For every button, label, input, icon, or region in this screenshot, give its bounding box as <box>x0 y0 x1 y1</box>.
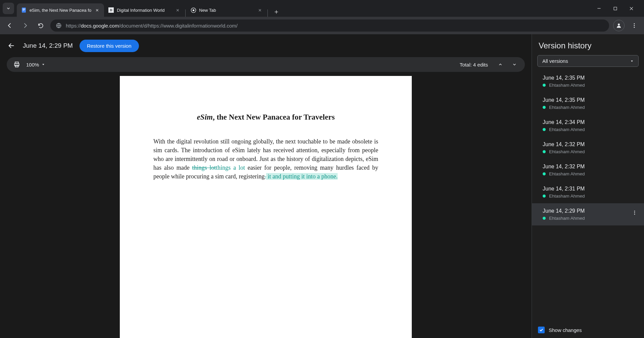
svg-rect-2 <box>22 9 25 10</box>
docs-icon <box>21 7 27 13</box>
diw-icon: D <box>108 7 114 13</box>
document-scroll[interactable]: eSim, the Next New Panacea for Travelers… <box>0 76 532 338</box>
svg-point-22 <box>618 24 620 26</box>
tab-separator <box>185 9 186 17</box>
restore-version-button[interactable]: Restore this version <box>80 40 139 52</box>
url-text: https://docs.google.com/document/d/https… <box>66 23 238 29</box>
tab-title: eSim, the Next New Panacea fo <box>30 8 91 13</box>
address-bar[interactable]: https://docs.google.com/document/d/https… <box>50 19 609 32</box>
version-date: June 14, 2:32 PM <box>543 141 637 147</box>
version-author: Ehtasham Ahmed <box>543 216 637 221</box>
version-date: June 14, 2:34 PM <box>543 119 637 125</box>
version-item[interactable]: June 14, 2:31 PMEhtasham Ahmed <box>532 181 644 203</box>
version-list: June 14, 2:35 PMEhtasham AhmedJune 14, 2… <box>532 70 644 322</box>
close-window-button[interactable] <box>627 4 636 13</box>
site-info-icon[interactable] <box>56 23 62 29</box>
svg-rect-17 <box>614 7 617 10</box>
edits-count: Total: 4 edits <box>460 62 488 68</box>
close-icon[interactable] <box>257 7 263 13</box>
filter-label: All versions <box>542 58 568 64</box>
version-menu-button[interactable] <box>631 209 639 217</box>
version-author: Ehtasham Ahmed <box>543 194 637 199</box>
author-color-dot <box>543 150 546 153</box>
svg-point-33 <box>634 212 635 213</box>
close-icon[interactable] <box>175 7 181 13</box>
svg-point-25 <box>634 27 635 28</box>
version-author: Ehtasham Ahmed <box>543 83 637 88</box>
sidebar-title: Version history <box>532 34 644 55</box>
deleted-text: things lot <box>192 164 216 171</box>
author-color-dot <box>543 217 546 220</box>
svg-rect-3 <box>22 10 24 10</box>
inserted-text: things a lot <box>216 164 245 171</box>
back-button[interactable] <box>4 20 15 31</box>
tab-title: Digital Information World <box>117 8 172 13</box>
version-date: June 14, 2:29 PM <box>543 208 637 214</box>
current-version-date: June 14, 2:29 PM <box>23 42 73 49</box>
version-author: Ehtasham Ahmed <box>543 105 637 110</box>
author-color-dot <box>543 128 546 131</box>
svg-point-32 <box>634 211 635 212</box>
print-icon[interactable] <box>13 60 21 69</box>
version-date: June 14, 2:35 PM <box>543 97 637 103</box>
close-icon[interactable] <box>94 7 100 13</box>
version-item[interactable]: June 14, 2:32 PMEhtasham Ahmed <box>532 159 644 181</box>
chevron-down-icon <box>42 63 45 66</box>
browser-menu-button[interactable] <box>629 20 640 31</box>
show-changes-label: Show changes <box>549 327 582 333</box>
tab-search-button[interactable] <box>3 3 14 14</box>
svg-rect-1 <box>22 9 25 9</box>
version-author: Ehtasham Ahmed <box>543 127 637 132</box>
prev-edit-button[interactable] <box>496 60 505 69</box>
zoom-dropdown[interactable]: 100% <box>26 62 45 68</box>
version-item[interactable]: June 14, 2:32 PMEhtasham Ahmed <box>532 137 644 159</box>
tab-docs[interactable]: eSim, the Next New Panacea fo <box>17 3 104 17</box>
version-author: Ehtasham Ahmed <box>543 149 637 154</box>
page-body: With the digital revolution still ongoin… <box>153 137 378 181</box>
next-edit-button[interactable] <box>510 60 519 69</box>
author-color-dot <box>543 172 546 175</box>
svg-point-23 <box>634 23 635 24</box>
version-item[interactable]: June 14, 2:29 PMEhtasham Ahmed <box>532 203 644 225</box>
browser-titlebar: eSim, the Next New Panacea fo D Digital … <box>0 0 644 17</box>
version-item[interactable]: June 14, 2:34 PMEhtasham Ahmed <box>532 115 644 137</box>
maximize-button[interactable] <box>610 4 620 13</box>
version-filter-dropdown[interactable]: All versions <box>537 55 639 67</box>
tab-diw[interactable]: D Digital Information World <box>104 3 185 17</box>
profile-button[interactable] <box>613 20 625 31</box>
chrome-icon <box>190 7 196 13</box>
document-area: June 14, 2:29 PM Restore this version 10… <box>0 34 532 338</box>
version-author: Ehtasham Ahmed <box>543 171 637 176</box>
author-color-dot <box>543 106 546 109</box>
svg-point-11 <box>192 9 194 11</box>
svg-text:D: D <box>110 8 112 12</box>
forward-button[interactable] <box>19 20 31 31</box>
address-bar-row: https://docs.google.com/document/d/https… <box>0 17 644 34</box>
window-controls <box>589 4 641 13</box>
back-arrow-button[interactable] <box>7 41 16 50</box>
app-main: June 14, 2:29 PM Restore this version 10… <box>0 34 644 338</box>
reload-button[interactable] <box>35 20 46 31</box>
svg-marker-30 <box>42 64 44 65</box>
sidebar-footer: Show changes <box>532 322 644 338</box>
inserted-text: it and putting it into a phone. <box>266 173 338 180</box>
svg-marker-31 <box>631 60 633 62</box>
svg-point-24 <box>634 25 635 26</box>
doc-header: June 14, 2:29 PM Restore this version <box>0 34 532 57</box>
version-item[interactable]: June 14, 2:35 PMEhtasham Ahmed <box>532 92 644 115</box>
version-date: June 14, 2:35 PM <box>543 75 637 81</box>
minimize-button[interactable] <box>594 4 604 13</box>
chevron-down-icon <box>630 59 634 63</box>
doc-toolbar: 100% Total: 4 edits <box>7 57 525 72</box>
version-date: June 14, 2:32 PM <box>543 164 637 170</box>
zoom-value: 100% <box>26 62 39 68</box>
version-date: June 14, 2:31 PM <box>543 186 637 192</box>
page-title: eSim, the Next New Panacea for Travelers <box>153 113 378 122</box>
tab-strip: eSim, the Next New Panacea fo D Digital … <box>17 0 589 17</box>
show-changes-checkbox[interactable] <box>538 327 545 333</box>
document-page: eSim, the Next New Panacea for Travelers… <box>120 76 412 338</box>
new-tab-button[interactable] <box>271 7 281 17</box>
tab-newtab[interactable]: New Tab <box>186 3 267 17</box>
version-history-sidebar: Version history All versions June 14, 2:… <box>532 34 644 338</box>
version-item[interactable]: June 14, 2:35 PMEhtasham Ahmed <box>532 70 644 92</box>
